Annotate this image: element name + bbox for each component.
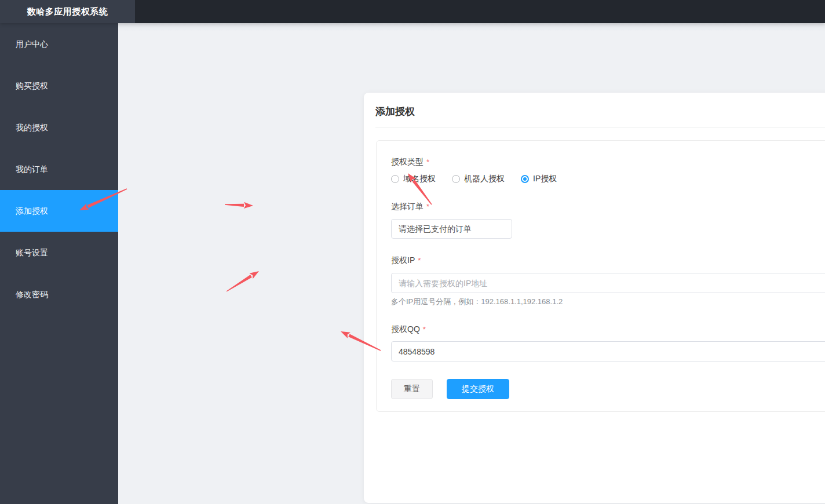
auth-type-label-text: 授权类型 <box>391 157 424 166</box>
sidebar-item-my-orders[interactable]: 我的订单 <box>0 148 118 190</box>
sidebar-item-my-licenses[interactable]: 我的授权 <box>0 107 118 148</box>
sidebar-item-user-center[interactable]: 用户中心 <box>0 23 118 65</box>
sidebar-item-account-settings[interactable]: 账号设置 <box>0 232 118 273</box>
radio-robot-auth[interactable]: 机器人授权 <box>452 174 505 184</box>
qq-label-text: 授权QQ <box>391 324 420 334</box>
sidebar: 用户中心购买授权我的授权我的订单添加授权账号设置修改密码 <box>0 23 118 504</box>
app-logo-block: 数哈多应用授权系统 <box>0 0 135 23</box>
app-title: 数哈多应用授权系统 <box>27 6 108 17</box>
app-window: 数哈多应用授权系统 用户中心购买授权我的授权我的订单添加授权账号设置修改密码 添… <box>0 0 825 504</box>
auth-type-label: 授权类型* <box>391 157 825 167</box>
radio-circle-icon <box>452 175 460 183</box>
required-asterisk: * <box>426 202 429 211</box>
radio-circle-icon <box>521 175 529 183</box>
sidebar-item-buy-license[interactable]: 购买授权 <box>0 65 118 107</box>
submit-license-button[interactable]: 提交授权 <box>447 379 509 399</box>
add-license-form-panel: 授权类型* 域名授权机器人授权IP授权 选择订单* 请选择已支付的订单 授权IP… <box>376 140 825 412</box>
required-asterisk: * <box>418 256 421 265</box>
radio-ip-auth[interactable]: IP授权 <box>521 174 557 184</box>
radio-domain-auth[interactable]: 域名授权 <box>391 174 436 184</box>
required-asterisk: * <box>423 325 426 334</box>
required-asterisk: * <box>426 158 429 166</box>
radio-circle-icon <box>391 175 399 183</box>
title-divider <box>375 127 825 128</box>
order-select[interactable]: 请选择已支付的订单 <box>391 219 512 239</box>
qq-input[interactable] <box>391 341 825 361</box>
ip-input[interactable] <box>391 273 825 293</box>
page-title: 添加授权 <box>364 93 825 118</box>
ip-label-text: 授权IP <box>391 255 415 265</box>
sidebar-nav: 用户中心购买授权我的授权我的订单添加授权账号设置修改密码 <box>0 23 118 315</box>
radio-label: 机器人授权 <box>464 174 505 184</box>
content-area: 添加授权 授权类型* 域名授权机器人授权IP授权 选择订单* 请选择已支付的订单… <box>118 23 825 504</box>
ip-help-text: 多个IP用逗号分隔，例如：192.168.1.1,192.168.1.2 <box>391 298 825 306</box>
order-label: 选择订单* <box>391 202 825 211</box>
order-label-text: 选择订单 <box>391 202 424 211</box>
reset-button[interactable]: 重置 <box>391 379 433 399</box>
sidebar-item-add-license[interactable]: 添加授权 <box>0 190 118 232</box>
top-header-bar: 数哈多应用授权系统 <box>0 0 825 23</box>
auth-type-radio-group: 域名授权机器人授权IP授权 <box>391 174 825 184</box>
radio-label: 域名授权 <box>403 174 436 184</box>
radio-label: IP授权 <box>533 174 557 184</box>
sidebar-item-change-password[interactable]: 修改密码 <box>0 273 118 315</box>
add-license-card: 添加授权 授权类型* 域名授权机器人授权IP授权 选择订单* 请选择已支付的订单… <box>364 93 825 503</box>
qq-label: 授权QQ* <box>391 324 825 334</box>
ip-label: 授权IP* <box>391 255 825 265</box>
form-actions: 重置 提交授权 <box>391 379 825 399</box>
